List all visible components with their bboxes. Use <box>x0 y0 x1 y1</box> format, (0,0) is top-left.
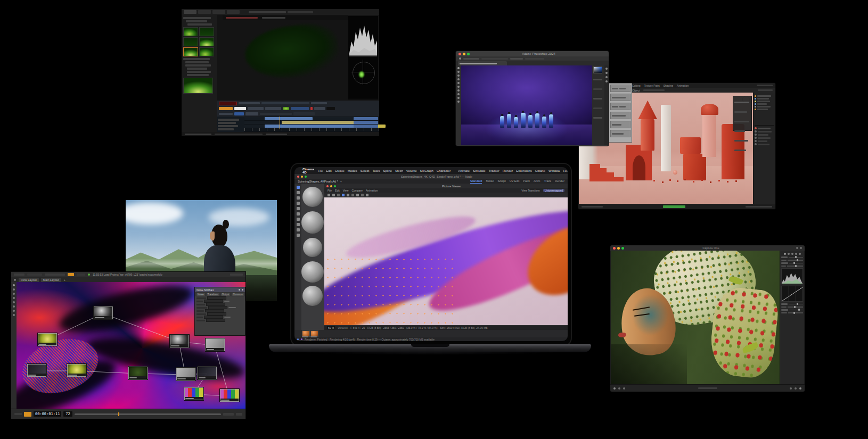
flame-blue-button[interactable] <box>291 107 309 110</box>
layout-tab[interactable]: UV Edit <box>510 179 520 184</box>
panel-icon[interactable] <box>605 76 608 78</box>
toolbar-icon[interactable] <box>361 194 364 196</box>
properties-tab[interactable]: Output <box>221 293 231 296</box>
tool-icon[interactable] <box>784 253 786 255</box>
tree-item[interactable] <box>185 64 211 67</box>
document-tab[interactable] <box>458 61 507 65</box>
tool-icon[interactable] <box>791 253 793 255</box>
timeline-clip[interactable] <box>282 121 362 124</box>
browser-icon[interactable] <box>613 387 616 390</box>
toolbar-icon[interactable] <box>332 194 335 196</box>
minimize-button[interactable] <box>301 176 303 178</box>
tool-icon[interactable] <box>457 101 460 103</box>
menu-item[interactable]: Volume <box>406 169 417 172</box>
properties-tab[interactable]: Common <box>232 293 243 296</box>
zoom-button[interactable] <box>305 176 307 178</box>
menu-item[interactable]: Extensions <box>516 169 531 172</box>
tree-item[interactable] <box>183 17 211 19</box>
timeline-clip[interactable] <box>354 121 378 124</box>
node[interactable] <box>198 367 217 379</box>
viewport-menu-item[interactable]: Object <box>631 88 641 93</box>
menu-item[interactable]: Character <box>437 169 451 172</box>
tool-icon[interactable] <box>297 196 300 200</box>
zoom-level[interactable]: 60 % <box>327 326 335 329</box>
layout-tab[interactable]: Sculpt <box>497 179 505 184</box>
c4d-viewport-strip-gray-knit-spheres[interactable] <box>301 184 324 330</box>
view-transform-value[interactable]: Untonemapped <box>543 189 564 192</box>
node[interactable] <box>27 364 46 377</box>
tool-icon[interactable] <box>795 253 797 255</box>
tree-item[interactable] <box>187 68 207 70</box>
timeline-clip[interactable] <box>265 117 313 120</box>
timeline-clip[interactable] <box>354 125 378 128</box>
menu-item[interactable]: Render <box>503 169 513 172</box>
timeline-ruler[interactable] <box>244 128 379 131</box>
toolbar-icon[interactable] <box>366 194 369 196</box>
zoom-button[interactable] <box>467 53 470 55</box>
photoshop-titlebar[interactable]: Adobe Photoshop 2024 <box>456 51 609 56</box>
tool-icon[interactable] <box>13 284 15 286</box>
tool-icon[interactable] <box>297 212 300 216</box>
render-silk-fabric-image[interactable] <box>324 197 568 326</box>
flame-white-button[interactable] <box>234 107 246 110</box>
move-tool-icon[interactable] <box>459 57 461 60</box>
timeline-clip[interactable] <box>354 117 378 120</box>
toolbar-icon[interactable] <box>799 387 801 390</box>
flame-orange-button[interactable] <box>219 107 233 110</box>
flame-field[interactable] <box>293 112 315 115</box>
timeline-playhead[interactable] <box>280 117 280 129</box>
workspace-tab[interactable]: Animation <box>676 84 690 88</box>
menu-item[interactable]: Mesh <box>395 169 403 172</box>
flame-tab[interactable] <box>198 10 211 14</box>
curve-panel[interactable] <box>781 286 803 302</box>
media-thumbnail[interactable] <box>199 47 214 56</box>
menu-item[interactable]: MoGraph <box>420 169 433 172</box>
flame-gray-button[interactable] <box>314 107 325 110</box>
properties-tab-icon[interactable] <box>755 140 757 142</box>
zoom-button[interactable] <box>621 247 624 250</box>
panel-row[interactable] <box>610 121 630 128</box>
frame-field[interactable]: 72 <box>63 411 72 417</box>
app-menu[interactable]: Cinema 4D <box>302 168 314 174</box>
layout-icon[interactable] <box>14 279 16 281</box>
tool-icon[interactable] <box>457 93 460 95</box>
panel-icon[interactable] <box>605 80 608 82</box>
media-thumbnail-large[interactable] <box>183 78 213 94</box>
node[interactable] <box>128 367 148 379</box>
node-colorbars[interactable] <box>220 389 239 402</box>
browser-icon[interactable] <box>623 387 625 390</box>
slider-track[interactable] <box>789 257 803 258</box>
media-thumbnail[interactable] <box>183 27 198 36</box>
properties-tab-icon[interactable] <box>755 134 757 136</box>
flame-viewer-green-smoke-image[interactable] <box>223 20 348 100</box>
close-button[interactable] <box>613 247 616 250</box>
new-tab-button[interactable]: + <box>340 180 342 183</box>
node[interactable] <box>38 333 57 346</box>
panel-icon[interactable] <box>605 72 608 74</box>
clip-mini-thumb[interactable] <box>283 107 289 110</box>
node[interactable] <box>206 338 225 351</box>
tool-icon[interactable] <box>788 253 790 255</box>
menu-item[interactable]: View <box>343 189 349 192</box>
menu-item[interactable]: Compare <box>351 189 363 192</box>
slider-track[interactable] <box>789 263 803 264</box>
slider-track[interactable] <box>788 312 803 313</box>
orange-transport-button[interactable] <box>24 412 31 417</box>
browser-icon[interactable] <box>618 387 620 390</box>
flame-gray-button[interactable] <box>248 107 264 110</box>
playhead-handle[interactable] <box>118 412 119 416</box>
properties-panel-header[interactable]: Noise NOISE1 <box>195 287 245 292</box>
tool-icon[interactable] <box>297 191 300 194</box>
minimize-button[interactable] <box>617 247 620 250</box>
workspace-tab[interactable]: Texture Paint <box>643 84 661 88</box>
tree-item[interactable] <box>187 74 209 76</box>
color-picker-panel[interactable] <box>593 67 602 73</box>
layout-tab[interactable]: Standard <box>470 179 482 184</box>
tool-icon[interactable] <box>457 97 460 99</box>
slider-track[interactable] <box>787 266 803 267</box>
flame-blue-button[interactable] <box>234 112 244 115</box>
menu-item[interactable]: File <box>318 169 323 172</box>
properties-tab[interactable]: Noise <box>196 293 205 296</box>
toolbar-icon[interactable] <box>795 387 797 390</box>
add-layout-tab[interactable]: + <box>64 278 65 281</box>
